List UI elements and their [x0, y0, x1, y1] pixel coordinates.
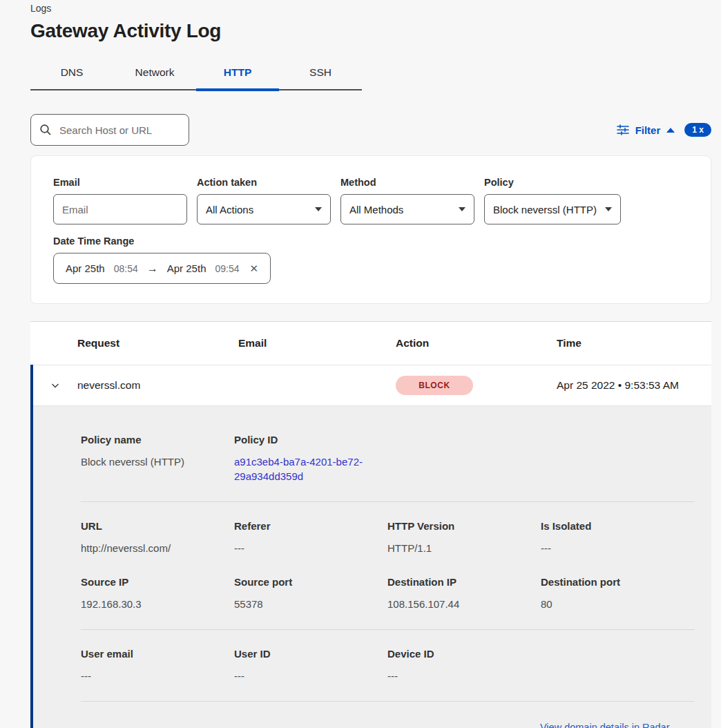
policy-name-label: Policy name — [81, 434, 234, 446]
chevron-down-icon — [605, 207, 612, 211]
column-header-action: Action — [396, 337, 557, 349]
filter-sliders-icon — [617, 124, 629, 135]
column-header-email: Email — [238, 337, 396, 349]
detail-destination-ip: Destination IP 108.156.107.44 — [387, 576, 541, 611]
policy-id-label: Policy ID — [234, 434, 387, 446]
radar-link-label: View domain details in Radar — [540, 722, 670, 728]
row-details-panel: Policy name Block neverssl (HTTP) Policy… — [33, 406, 711, 728]
action-filter-label: Action taken — [197, 177, 331, 188]
detail-http-version: HTTP Version HTTP/1.1 — [387, 520, 541, 555]
method-filter-select[interactable]: All Methods — [340, 194, 474, 224]
column-header-request: Request — [77, 337, 238, 349]
end-time[interactable]: 09:54 — [215, 263, 239, 274]
log-type-tabs: DNS Network HTTP SSH — [30, 57, 362, 90]
divider — [81, 629, 695, 630]
device-id-value: --- — [387, 669, 541, 683]
detail-policy-id: Policy ID a91c3eb4-ba7a-4201-be72-29a934… — [234, 434, 387, 483]
destination-ip-value: 108.156.107.44 — [387, 597, 541, 611]
filter-field-email: Email — [53, 177, 187, 224]
destination-port-label: Destination port — [541, 576, 695, 588]
chevron-up-icon — [666, 128, 675, 133]
chevron-down-icon — [315, 207, 322, 211]
arrow-right-icon: → — [673, 722, 683, 728]
search-icon — [39, 124, 52, 136]
user-id-label: User ID — [234, 648, 387, 660]
detail-policy-name: Policy name Block neverssl (HTTP) — [81, 434, 234, 483]
block-status-badge: BLOCK — [396, 376, 473, 395]
detail-destination-port: Destination port 80 — [541, 576, 695, 611]
filter-panel: Email Action taken All Actions Method Al… — [30, 155, 711, 304]
policy-filter-value: Block neverssl (HTTP) — [493, 204, 597, 215]
detail-url: URL http://neverssl.com/ — [81, 520, 234, 555]
destination-port-value: 80 — [541, 597, 695, 611]
divider — [81, 701, 695, 702]
tab-network[interactable]: Network — [113, 57, 196, 89]
http-version-value: HTTP/1.1 — [387, 541, 541, 555]
referer-value: --- — [234, 541, 387, 555]
user-email-value: --- — [81, 669, 234, 683]
start-time[interactable]: 08:54 — [114, 263, 138, 274]
policy-id-link[interactable]: a91c3eb4-ba7a-4201-be72-29a934dd359d — [234, 454, 369, 483]
destination-ip-label: Destination IP — [387, 576, 541, 588]
page-title: Gateway Activity Log — [30, 20, 711, 42]
source-port-value: 55378 — [234, 597, 387, 611]
start-date[interactable]: Apr 25th — [66, 262, 105, 274]
activity-log-table: Request Email Action Time neverssl.com B… — [30, 321, 711, 728]
email-filter-label: Email — [53, 177, 187, 188]
date-range-label: Date Time Range — [53, 236, 689, 247]
tab-ssh[interactable]: SSH — [279, 57, 362, 89]
user-email-label: User email — [81, 648, 234, 660]
source-port-label: Source port — [234, 576, 387, 588]
table-row[interactable]: neverssl.com BLOCK Apr 25 2022 • 9:53:53… — [33, 365, 711, 406]
url-label: URL — [81, 520, 234, 532]
http-version-label: HTTP Version — [387, 520, 541, 532]
detail-user-id: User ID --- — [234, 648, 387, 683]
search-filter-row: Filter 1 x — [30, 114, 711, 146]
is-isolated-label: Is Isolated — [541, 520, 695, 532]
method-filter-label: Method — [340, 177, 474, 188]
detail-referer: Referer --- — [234, 520, 387, 555]
filter-toggle[interactable]: Filter 1 x — [617, 123, 711, 137]
request-cell: neverssl.com — [77, 379, 238, 392]
expanded-row-wrap: neverssl.com BLOCK Apr 25 2022 • 9:53:53… — [30, 365, 711, 728]
action-filter-value: All Actions — [206, 204, 253, 215]
policy-filter-select[interactable]: Block neverssl (HTTP) — [484, 194, 621, 224]
gateway-activity-page: Logs Gateway Activity Log DNS Network HT… — [0, 0, 721, 728]
filter-count-badge[interactable]: 1 x — [684, 123, 711, 137]
tab-dns[interactable]: DNS — [30, 57, 113, 89]
source-ip-value: 192.168.30.3 — [81, 597, 234, 611]
device-id-label: Device ID — [387, 648, 541, 660]
detail-is-isolated: Is Isolated --- — [541, 520, 695, 555]
action-filter-select[interactable]: All Actions — [197, 194, 331, 224]
table-header: Request Email Action Time — [30, 322, 711, 365]
filter-button-label: Filter — [635, 124, 661, 136]
clear-date-range-icon[interactable]: ✕ — [250, 262, 259, 275]
email-filter-input[interactable] — [53, 194, 187, 224]
tab-http[interactable]: HTTP — [196, 57, 279, 89]
detail-user-email: User email --- — [81, 648, 234, 683]
end-date[interactable]: Apr 25th — [167, 262, 206, 274]
view-radar-link[interactable]: View domain details in Radar → — [540, 722, 682, 728]
search-input[interactable] — [58, 124, 198, 137]
url-value: http://neverssl.com/ — [81, 541, 234, 555]
arrow-right-icon: → — [147, 262, 158, 275]
search-box[interactable] — [30, 114, 189, 146]
filter-field-action: Action taken All Actions — [197, 177, 331, 224]
detail-device-id: Device ID --- — [387, 648, 541, 683]
is-isolated-value: --- — [541, 541, 695, 555]
detail-source-ip: Source IP 192.168.30.3 — [81, 576, 234, 611]
referer-label: Referer — [234, 520, 387, 532]
radar-link-row: View domain details in Radar → — [81, 721, 695, 728]
chevron-down-icon — [50, 380, 61, 391]
breadcrumb[interactable]: Logs — [30, 3, 711, 14]
filter-field-method: Method All Methods — [340, 177, 474, 224]
divider — [81, 501, 695, 502]
date-range-picker[interactable]: Apr 25th 08:54 → Apr 25th 09:54 ✕ — [53, 253, 271, 284]
filter-field-policy: Policy Block neverssl (HTTP) — [484, 177, 621, 224]
row-expander[interactable] — [33, 380, 77, 391]
method-filter-value: All Methods — [349, 204, 403, 215]
policy-name-value: Block neverssl (HTTP) — [81, 454, 234, 469]
column-header-time: Time — [557, 337, 711, 349]
detail-source-port: Source port 55378 — [234, 576, 387, 611]
time-cell: Apr 25 2022 • 9:53:53 AM — [557, 379, 711, 392]
